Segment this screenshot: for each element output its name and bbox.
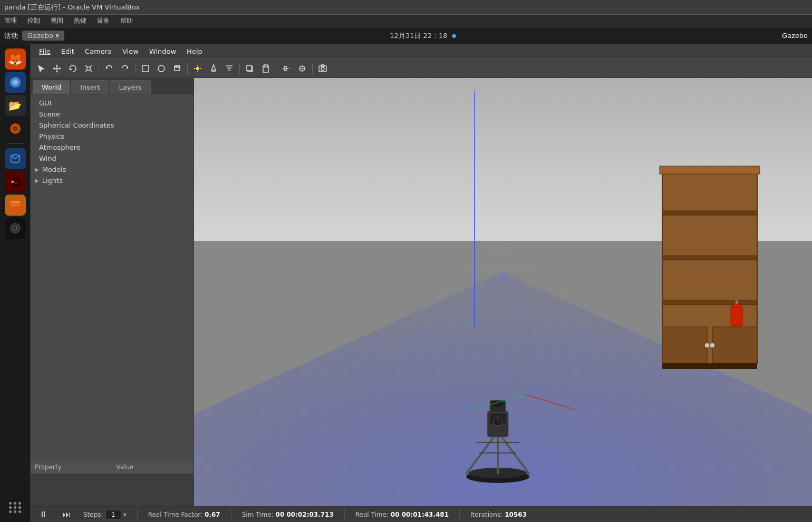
steps-input[interactable]	[105, 510, 121, 519]
taskbar-gazebo-menu[interactable]: Gazebo ▾	[22, 31, 64, 41]
app-icon-layers[interactable]	[5, 195, 26, 216]
menu-help[interactable]: Help	[182, 46, 207, 57]
tree-item-spherical[interactable]: Spherical Coordinates	[31, 120, 194, 131]
app-launcher-icon[interactable]	[5, 497, 26, 518]
svg-line-22	[85, 70, 87, 72]
svg-rect-116	[736, 301, 738, 304]
tree-item-models-label: Models	[42, 166, 66, 173]
toolbar-snap[interactable]	[295, 61, 310, 76]
sysmenu-manage[interactable]: 管理	[2, 15, 19, 26]
tree-item-wind[interactable]: Wind	[31, 153, 194, 164]
svg-text:▶_: ▶_	[11, 179, 17, 184]
menu-window[interactable]: Window	[145, 46, 180, 57]
tree-item-wind-label: Wind	[39, 154, 56, 162]
tree-item-scene[interactable]: Scene	[31, 109, 194, 120]
svg-rect-108	[662, 256, 757, 260]
svg-point-30	[196, 67, 199, 70]
toolbar-redo[interactable]	[118, 61, 132, 76]
sysmenu-control[interactable]: 控制	[25, 15, 42, 26]
tree-item-physics[interactable]: Physics	[31, 131, 194, 142]
toolbar-dir-light[interactable]	[222, 61, 237, 76]
menu-camera[interactable]: Camera	[81, 46, 116, 57]
real-time-value: 00 00:01:43.481	[391, 511, 449, 518]
toolbar-scale[interactable]	[81, 61, 96, 76]
app-icon-sidebar: 🦊 📂 ▶_	[0, 44, 31, 522]
svg-point-113	[710, 343, 714, 347]
rt-factor-value: 0.67	[205, 511, 220, 518]
tab-layers[interactable]: Layers	[110, 80, 151, 94]
toolbar-rotate[interactable]	[65, 61, 80, 76]
statusbar: ⏸ ⏭ Steps: ▾ Real Time Factor: 0.67 Sim …	[31, 506, 812, 522]
svg-rect-41	[247, 65, 252, 71]
step-button[interactable]: ⏭	[60, 509, 73, 519]
models-arrow: ▶	[35, 167, 39, 172]
toolbar-spot-light[interactable]	[206, 61, 221, 76]
status-sep2	[231, 510, 231, 519]
app-icon-files[interactable]: 📂	[5, 95, 26, 116]
tree-item-atmosphere-label: Atmosphere	[39, 143, 81, 151]
steps-arrow[interactable]: ▾	[123, 511, 127, 518]
3d-viewport[interactable]	[194, 78, 812, 506]
app-icon-rhythmbox[interactable]	[5, 118, 26, 139]
sim-time-item: Sim Time: 00 00:02:03.713	[242, 511, 334, 518]
app-icon-firefox[interactable]: 🦊	[5, 49, 26, 70]
svg-line-118	[472, 394, 525, 410]
svg-rect-43	[264, 65, 267, 67]
sep5	[276, 63, 276, 74]
pause-icon[interactable]: ⏸	[37, 509, 50, 519]
toolbar-box[interactable]	[138, 61, 153, 76]
svg-marker-35	[211, 65, 216, 70]
tab-insert[interactable]: Insert	[71, 80, 109, 94]
sysmenu-devices[interactable]: 设备	[95, 15, 112, 26]
app-icon-terminal[interactable]: ▶_	[5, 171, 26, 192]
menu-view[interactable]: View	[118, 46, 143, 57]
taskbar-gazebo-label: Gazebo	[782, 32, 808, 40]
status-sep3	[344, 510, 345, 519]
app-icon-thunderbird[interactable]	[5, 72, 26, 93]
tree-item-physics-label: Physics	[39, 132, 64, 140]
tree-item-gui-label: GUI	[39, 99, 51, 107]
svg-line-20	[85, 65, 87, 67]
sidebar-tree: GUI Scene Spherical Coordinates Physics …	[31, 94, 194, 460]
tree-item-atmosphere[interactable]: Atmosphere	[31, 142, 194, 153]
sep3	[187, 63, 188, 74]
sep2	[135, 63, 136, 74]
step-icon[interactable]: ⏭	[60, 509, 73, 519]
titlebar-text: panda [正在运行] - Oracle VM VirtualBox	[4, 3, 140, 12]
tree-item-models[interactable]: ▶ Models	[31, 164, 194, 175]
app-menubar: File Edit Camera View Window Help	[31, 44, 812, 59]
sysmenu-help[interactable]: 帮助	[118, 15, 135, 26]
property-table: Property Value	[31, 460, 194, 506]
toolbar-copy[interactable]	[243, 61, 257, 76]
svg-marker-16	[53, 67, 55, 70]
app-icon-vscode[interactable]	[5, 148, 26, 169]
sep6	[312, 63, 313, 74]
svg-marker-14	[56, 64, 58, 66]
tree-item-gui[interactable]: GUI	[31, 98, 194, 109]
toolbar-translate[interactable]	[50, 61, 64, 76]
toolbar-paste[interactable]	[258, 61, 273, 76]
menu-edit[interactable]: Edit	[57, 46, 79, 57]
toolbar-cylinder[interactable]	[170, 61, 185, 76]
toolbar-align[interactable]	[279, 61, 294, 76]
app-icon-disc[interactable]	[5, 218, 26, 239]
toolbar-screenshot[interactable]	[315, 61, 330, 76]
toolbar-select[interactable]	[34, 61, 49, 76]
tree-item-lights-label: Lights	[42, 177, 63, 185]
toolbar-point-light[interactable]	[190, 61, 205, 76]
svg-rect-107	[662, 211, 757, 215]
sysmenu-view[interactable]: 视图	[49, 15, 65, 26]
tree-item-lights[interactable]: ▶ Lights	[31, 175, 194, 186]
sim-time-label: Sim Time:	[242, 511, 274, 518]
sidebar-tabs: World Insert Layers	[31, 78, 194, 94]
taskbar-active[interactable]: 活动	[4, 31, 18, 41]
pause-button[interactable]: ⏸	[37, 509, 50, 519]
prop-col-value: Value	[112, 462, 194, 472]
svg-point-11	[14, 227, 17, 230]
tab-world[interactable]: World	[33, 80, 70, 94]
svg-point-1	[13, 80, 18, 85]
menu-file[interactable]: File	[35, 46, 55, 57]
toolbar-undo[interactable]	[102, 61, 117, 76]
sysmenu-hotkey[interactable]: 热键	[72, 15, 89, 26]
toolbar-sphere[interactable]	[154, 61, 169, 76]
